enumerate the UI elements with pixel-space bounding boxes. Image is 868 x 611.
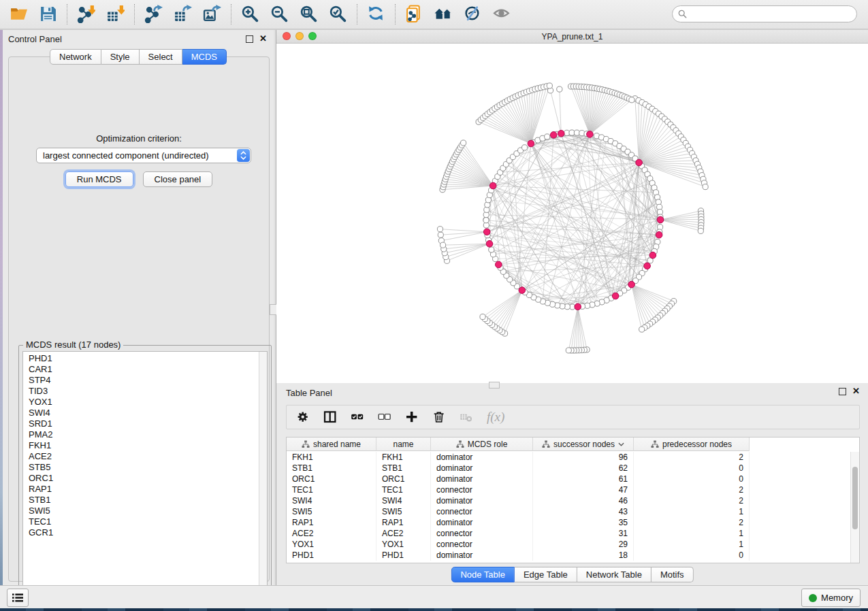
network-node[interactable] bbox=[438, 232, 443, 237]
table-row[interactable]: SWI5SWI5connector431 bbox=[287, 506, 851, 517]
network-node[interactable] bbox=[480, 314, 485, 320]
network-node[interactable] bbox=[703, 184, 708, 190]
network-hub-node[interactable] bbox=[550, 132, 557, 139]
import-network-button[interactable] bbox=[77, 5, 95, 23]
open-button[interactable] bbox=[10, 5, 28, 23]
table-row[interactable]: YOX1YOX1connector291 bbox=[287, 539, 851, 550]
zoom-selected-button[interactable] bbox=[329, 5, 347, 23]
mcds-result-item[interactable]: SWI5 bbox=[29, 506, 259, 516]
table-row[interactable]: ORC1ORC1dominator610 bbox=[287, 474, 851, 484]
tab-select[interactable]: Select bbox=[140, 49, 182, 65]
tab-network-table[interactable]: Network Table bbox=[577, 567, 652, 582]
column-header-successor-nodes[interactable]: successor nodes bbox=[533, 437, 634, 451]
close-panel-button[interactable]: Close panel bbox=[143, 171, 213, 187]
network-node[interactable] bbox=[639, 327, 645, 332]
mcds-result-item[interactable]: RAP1 bbox=[29, 484, 259, 495]
horizontal-splitter-handle[interactable] bbox=[489, 382, 500, 389]
network-window-titlebar[interactable]: YPA_prune.txt_1 bbox=[276, 30, 868, 44]
network-hub-node[interactable] bbox=[657, 216, 664, 223]
table-row[interactable]: TEC1TEC1connector472 bbox=[287, 484, 851, 495]
mcds-result-item[interactable]: ORC1 bbox=[29, 473, 259, 484]
network-hub-node[interactable] bbox=[496, 261, 502, 268]
deselect-all-button[interactable] bbox=[378, 410, 392, 425]
network-node[interactable] bbox=[545, 134, 550, 139]
network-node[interactable] bbox=[566, 348, 571, 353]
network-node[interactable] bbox=[483, 218, 489, 223]
network-hub-node[interactable] bbox=[575, 303, 581, 310]
network-hub-node[interactable] bbox=[486, 241, 493, 248]
network-node[interactable] bbox=[547, 83, 552, 88]
mcds-result-item[interactable]: ACE2 bbox=[29, 451, 259, 462]
export-image-button[interactable] bbox=[203, 5, 221, 23]
mcds-result-item[interactable]: GCR1 bbox=[29, 527, 259, 538]
split-columns-button[interactable] bbox=[323, 410, 338, 425]
save-button[interactable] bbox=[39, 5, 57, 23]
tab-motifs[interactable]: Motifs bbox=[652, 567, 694, 582]
network-hub-node[interactable] bbox=[649, 252, 656, 259]
table-row[interactable]: SWI4SWI4dominator462 bbox=[287, 495, 851, 506]
criterion-dropdown[interactable]: largest connected component (undirected) bbox=[36, 148, 251, 163]
mcds-result-item[interactable]: SWI4 bbox=[29, 408, 259, 418]
control-panel-close-icon[interactable]: ✕ bbox=[259, 35, 267, 43]
mcds-result-item[interactable]: STB5 bbox=[29, 462, 259, 473]
delete-column-button[interactable] bbox=[432, 410, 447, 425]
tab-network[interactable]: Network bbox=[50, 49, 101, 65]
network-node[interactable] bbox=[656, 199, 661, 205]
network-canvas[interactable] bbox=[276, 44, 868, 383]
mcds-result-item[interactable]: TEC1 bbox=[29, 516, 259, 527]
tab-edge-table[interactable]: Edge Table bbox=[515, 567, 577, 582]
select-all-button[interactable] bbox=[351, 410, 365, 425]
table-row[interactable]: PHD1PHD1dominator180 bbox=[287, 550, 851, 561]
network-hub-node[interactable] bbox=[558, 130, 564, 137]
tab-style[interactable]: Style bbox=[101, 49, 140, 65]
network-node[interactable] bbox=[629, 97, 634, 103]
column-header-mcds-role[interactable]: MCDS role bbox=[431, 437, 533, 451]
zoom-in-button[interactable] bbox=[241, 5, 259, 23]
column-header-predecessor-nodes[interactable]: predecessor nodes bbox=[634, 437, 750, 451]
share-document-button[interactable] bbox=[405, 5, 423, 23]
search-input[interactable] bbox=[690, 9, 851, 20]
network-node[interactable] bbox=[461, 140, 466, 146]
network-hub-node[interactable] bbox=[587, 131, 594, 138]
network-graph[interactable] bbox=[276, 44, 868, 383]
export-network-button[interactable] bbox=[144, 5, 163, 23]
mcds-result-item[interactable]: SRD1 bbox=[29, 418, 259, 429]
mcds-result-item[interactable]: TID3 bbox=[29, 386, 259, 397]
table-scrollbar[interactable] bbox=[850, 452, 859, 563]
network-hub-node[interactable] bbox=[612, 293, 619, 299]
control-panel-float-icon[interactable] bbox=[246, 35, 253, 43]
table-row[interactable]: FKH1FKH1dominator962 bbox=[287, 452, 851, 463]
column-header-name[interactable]: name bbox=[376, 437, 431, 451]
network-node[interactable] bbox=[698, 228, 703, 233]
hide-graphics-button[interactable] bbox=[464, 5, 482, 23]
add-column-button[interactable] bbox=[405, 410, 419, 425]
mcds-result-item[interactable]: YOX1 bbox=[29, 397, 259, 408]
network-node[interactable] bbox=[522, 145, 528, 150]
tab-node-table[interactable]: Node Table bbox=[451, 567, 515, 582]
network-hub-node[interactable] bbox=[489, 182, 496, 189]
network-node[interactable] bbox=[437, 227, 443, 232]
network-hub-node[interactable] bbox=[528, 140, 534, 147]
column-header-shared-name[interactable]: shared name bbox=[287, 437, 376, 451]
mcds-result-item[interactable]: CAR1 bbox=[29, 364, 259, 375]
run-mcds-button[interactable]: Run MCDS bbox=[65, 171, 133, 187]
home-button[interactable] bbox=[434, 5, 453, 23]
task-history-button[interactable] bbox=[7, 589, 29, 607]
network-node[interactable] bbox=[489, 247, 494, 252]
table-row[interactable]: ACE2ACE2connector311 bbox=[287, 528, 851, 539]
network-node[interactable] bbox=[557, 86, 562, 92]
table-panel-float-icon[interactable] bbox=[839, 388, 846, 395]
table-scrollbar-thumb[interactable] bbox=[852, 467, 858, 529]
mcds-result-item[interactable]: STB1 bbox=[29, 495, 259, 506]
network-hub-node[interactable] bbox=[483, 229, 490, 235]
mcds-result-item[interactable]: STP4 bbox=[29, 375, 259, 386]
zoom-out-button[interactable] bbox=[270, 5, 289, 23]
network-hub-node[interactable] bbox=[628, 281, 635, 288]
preview-eye-button[interactable] bbox=[493, 5, 511, 23]
network-hub-node[interactable] bbox=[519, 287, 526, 294]
network-hub-node[interactable] bbox=[636, 159, 643, 166]
tab-mcds[interactable]: MCDS bbox=[182, 49, 227, 65]
table-settings-button[interactable] bbox=[296, 410, 310, 425]
mcds-result-scrollbar[interactable] bbox=[259, 352, 267, 593]
network-node[interactable] bbox=[440, 242, 446, 248]
